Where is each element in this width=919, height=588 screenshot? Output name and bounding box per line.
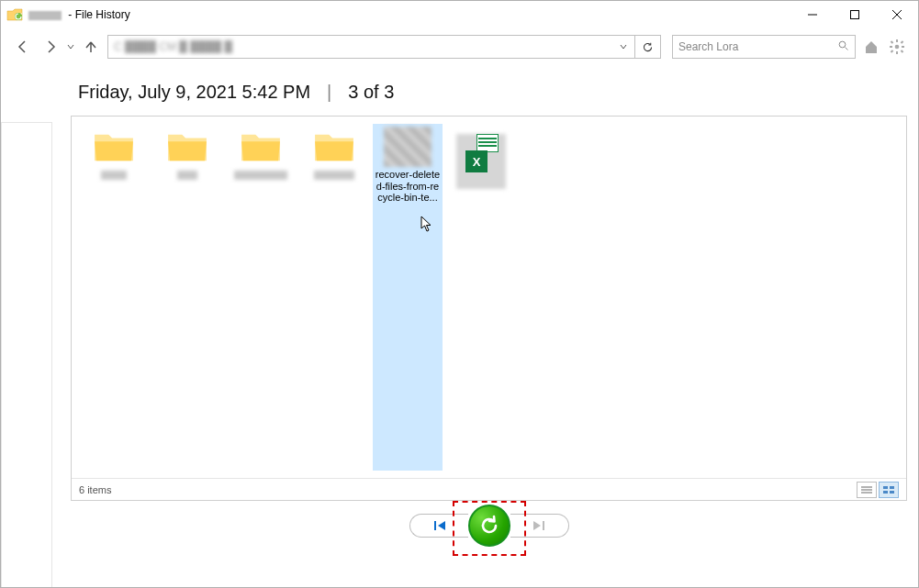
svg-rect-21 [883,491,888,494]
svg-rect-24 [543,521,544,530]
folder-label [234,171,287,180]
history-dropdown[interactable] [67,42,74,52]
timestamp-header: Friday, July 9, 2021 5:42 PM | 3 of 3 [78,82,907,103]
address-text: C ████ CM █ ████ █ [114,40,270,53]
folder-icon [87,127,140,167]
svg-rect-10 [890,46,892,48]
folder-label [101,171,127,180]
image-thumbnail [381,127,434,167]
address-bar[interactable]: C ████ CM █ ████ █ [107,35,635,59]
search-icon [838,40,849,54]
excel-file-item[interactable]: X [446,124,516,471]
maximize-button[interactable] [834,1,876,28]
details-view-button[interactable] [857,482,877,498]
folder-label [177,171,197,180]
svg-line-6 [846,47,848,50]
svg-rect-11 [902,46,904,48]
timestamp-text: Friday, July 9, 2021 5:42 PM [78,82,310,103]
status-bar: 6 items [72,478,906,500]
settings-gear-icon[interactable] [887,35,907,59]
close-button[interactable] [876,1,918,28]
svg-rect-20 [890,486,894,489]
item-count: 6 items [79,484,111,495]
left-pane-stub [1,122,52,587]
folder-item[interactable] [226,124,296,471]
home-icon[interactable] [861,35,881,59]
svg-rect-12 [891,40,894,44]
file-label: recover-deleted-files-from-recycle-bin-t… [375,169,441,204]
icons-view-button[interactable] [879,482,899,498]
svg-rect-19 [883,486,888,489]
folder-icon [308,127,361,167]
app-icon [6,6,23,23]
folder-label [314,171,354,180]
svg-rect-22 [890,491,894,494]
svg-rect-14 [891,50,894,53]
address-dropdown-icon[interactable] [614,42,633,52]
svg-rect-13 [901,40,904,44]
back-button[interactable] [12,36,34,58]
folder-item[interactable] [299,124,369,471]
refresh-button[interactable] [635,35,661,59]
svg-rect-9 [896,51,898,54]
minimize-button[interactable] [791,1,834,28]
folder-icon [234,127,287,167]
search-input[interactable]: Search Lora [672,35,856,59]
history-navigation [71,501,907,552]
svg-rect-2 [851,11,859,19]
search-placeholder: Search Lora [678,40,838,53]
file-pane: recover-deleted-files-from-recycle-bin-t… [71,116,907,501]
titlebar: - File History [1,1,918,28]
navigation-bar: C ████ CM █ ████ █ Search Lora [1,28,918,65]
folder-icon [161,127,214,167]
svg-rect-8 [896,39,898,42]
file-grid[interactable]: recover-deleted-files-from-recycle-bin-t… [72,116,906,478]
up-button[interactable] [80,36,102,58]
folder-item[interactable] [79,124,149,471]
position-text: 3 of 3 [348,82,394,103]
svg-rect-23 [434,521,436,530]
image-file-item[interactable]: recover-deleted-files-from-recycle-bin-t… [373,124,443,471]
excel-icon: X [454,127,508,196]
timestamp-separator: | [327,82,331,103]
cursor-icon [420,216,433,235]
restore-button[interactable] [468,505,510,547]
svg-point-7 [895,45,900,50]
window-controls [791,1,918,28]
folder-item[interactable] [152,124,222,471]
svg-point-5 [839,41,846,48]
svg-rect-15 [901,50,904,53]
forward-button[interactable] [39,36,62,58]
window-title: - File History [28,8,130,21]
